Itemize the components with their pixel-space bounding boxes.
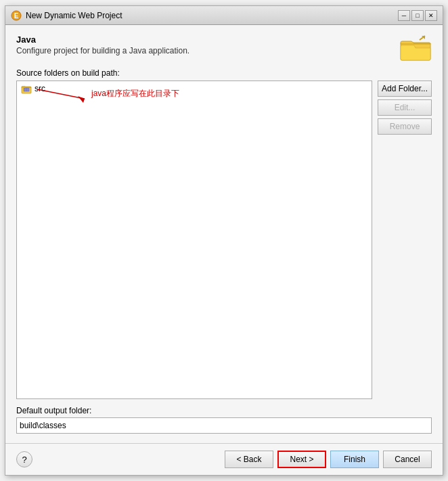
footer-buttons: < Back Next > Finish Cancel: [225, 451, 432, 468]
next-button[interactable]: Next >: [277, 451, 326, 468]
output-section: Default output folder:: [16, 406, 432, 434]
side-buttons: Add Folder... Edit... Remove: [378, 81, 432, 399]
add-folder-button[interactable]: Add Folder...: [378, 81, 432, 97]
dialog-window: E New Dynamic Web Project ─ □ ✕ Java Con…: [5, 5, 443, 476]
window-title: New Dynamic Web Project: [26, 11, 394, 20]
remove-button[interactable]: Remove: [378, 118, 432, 135]
svg-text:E: E: [14, 12, 19, 20]
window-icon: E: [11, 10, 22, 21]
close-button[interactable]: ✕: [425, 10, 437, 21]
section-subtitle: Configure project for building a Java ap…: [16, 46, 189, 55]
source-folders-label: Source folders on build path:: [16, 68, 432, 78]
list-item[interactable]: src: [17, 81, 372, 96]
cancel-button[interactable]: Cancel: [383, 451, 432, 468]
header-area: Java Configure project for building a Ja…: [16, 35, 432, 62]
help-button[interactable]: ?: [16, 451, 32, 467]
minimize-button[interactable]: ─: [398, 10, 410, 21]
dialog-footer: ? < Back Next > Finish Cancel: [5, 443, 443, 475]
output-folder-input[interactable]: [16, 417, 432, 434]
svg-marker-9: [78, 96, 85, 103]
dialog-content: Java Configure project for building a Ja…: [5, 25, 443, 443]
src-folder-icon: [21, 83, 32, 94]
src-label: src: [35, 84, 45, 93]
annotation-text: java程序应写在此目录下: [91, 88, 179, 99]
header-text: Java Configure project for building a Ja…: [16, 35, 189, 55]
source-folders-list: src java程序应写在此目录下: [16, 81, 372, 399]
window-controls: ─ □ ✕: [398, 10, 437, 21]
section-title: Java: [16, 35, 189, 45]
output-folder-label: Default output folder:: [16, 406, 432, 415]
main-area: src java程序应写在此目录下 Add Folder... Edit... …: [16, 81, 432, 399]
title-bar: E New Dynamic Web Project ─ □ ✕: [5, 6, 443, 25]
finish-button[interactable]: Finish: [330, 451, 379, 468]
maximize-button[interactable]: □: [411, 10, 424, 21]
edit-button[interactable]: Edit...: [378, 99, 432, 116]
back-button[interactable]: < Back: [225, 451, 273, 468]
footer-left: ?: [16, 451, 32, 467]
java-folder-icon: [399, 35, 432, 62]
